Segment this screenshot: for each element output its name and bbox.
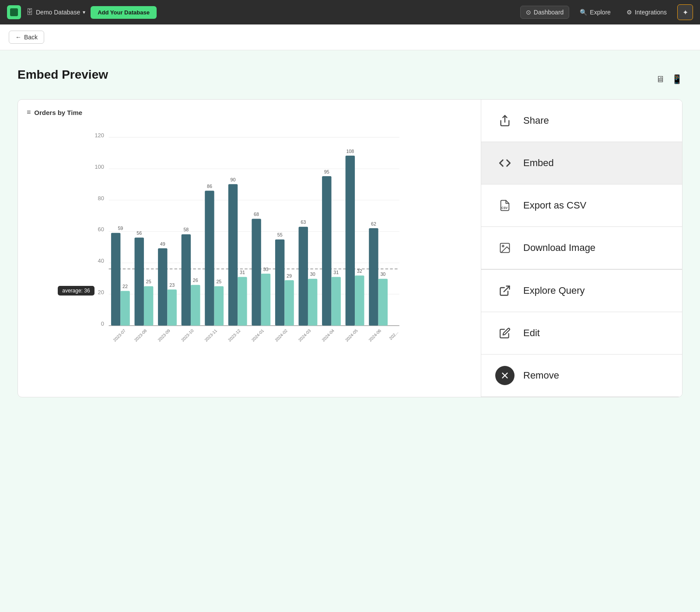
mobile-icon: 📱 <box>672 74 682 84</box>
svg-text:56: 56 <box>136 230 142 236</box>
integrations-icon: ⚙ <box>626 9 632 16</box>
embed-preview-card: Embed Preview 🖥 📱 ≡ Orders by Time <box>9 59 691 406</box>
svg-text:23: 23 <box>169 282 175 288</box>
back-label: Back <box>24 34 38 41</box>
svg-rect-65 <box>346 156 355 326</box>
svg-text:2023-12: 2023-12 <box>227 328 242 343</box>
svg-text:60: 60 <box>98 226 104 233</box>
svg-rect-66 <box>355 275 364 326</box>
desktop-view-button[interactable]: 🖥 <box>656 74 665 84</box>
svg-text:58: 58 <box>183 227 189 233</box>
db-selector[interactable]: 🗄 Demo Database ▾ <box>26 8 85 16</box>
svg-text:0: 0 <box>101 320 104 327</box>
export-csv-label: Export as CSV <box>523 200 586 211</box>
explore-query-action[interactable]: Explore Query <box>481 270 682 312</box>
download-image-action[interactable]: Download Image <box>481 227 682 269</box>
svg-text:2023-10: 2023-10 <box>180 328 195 343</box>
svg-rect-50 <box>275 240 284 326</box>
explore-query-icon <box>495 281 514 300</box>
share-icon <box>495 111 514 130</box>
embed-icon <box>495 153 514 173</box>
svg-rect-60 <box>322 176 331 326</box>
remove-action[interactable]: Remove <box>481 355 682 397</box>
svg-text:31: 31 <box>333 270 339 275</box>
share-label: Share <box>523 115 549 126</box>
svg-text:2024-06: 2024-06 <box>368 328 382 343</box>
svg-text:2023-09: 2023-09 <box>157 328 171 343</box>
svg-line-80 <box>504 286 510 292</box>
back-button[interactable]: ← Back <box>9 31 44 44</box>
svg-rect-25 <box>158 248 167 326</box>
svg-rect-36 <box>214 286 224 326</box>
app-logo <box>7 5 21 19</box>
back-bar: ← Back <box>0 24 700 50</box>
svg-text:25: 25 <box>146 279 151 284</box>
add-database-button[interactable]: Add Your Database <box>91 6 157 19</box>
edit-action[interactable]: Edit <box>481 312 682 355</box>
svg-text:22: 22 <box>122 284 128 289</box>
chart-title-row: ≡ Orders by Time <box>27 108 472 116</box>
nav-integrations-button[interactable]: ⚙ Integrations <box>621 6 672 18</box>
svg-text:26: 26 <box>193 278 198 283</box>
svg-text:2023-08: 2023-08 <box>133 328 148 343</box>
svg-rect-30 <box>182 234 191 326</box>
svg-text:40: 40 <box>98 257 104 264</box>
svg-text:30: 30 <box>380 271 385 277</box>
explore-query-label: Explore Query <box>523 285 585 296</box>
chart-wrap: 120 100 80 60 40 20 0 <box>27 123 472 386</box>
svg-rect-15 <box>111 233 120 326</box>
edit-label: Edit <box>523 327 540 339</box>
topnav: 🗄 Demo Database ▾ Add Your Database ⊙ Da… <box>0 0 700 24</box>
svg-rect-40 <box>228 184 238 326</box>
nav-dashboard-button[interactable]: ⊙ Dashboard <box>520 6 570 19</box>
svg-text:86: 86 <box>207 184 212 189</box>
svg-text:49: 49 <box>160 241 165 247</box>
svg-text:95: 95 <box>324 169 329 174</box>
preview-view-toggles: 🖥 📱 <box>656 74 682 84</box>
svg-text:2024-02: 2024-02 <box>274 328 288 343</box>
edit-icon <box>495 323 514 343</box>
share-action[interactable]: Share <box>481 100 682 142</box>
download-image-icon <box>495 238 514 257</box>
main-content: Embed Preview 🖥 📱 ≡ Orders by Time <box>0 50 700 612</box>
svg-text:59: 59 <box>118 226 123 231</box>
svg-text:20: 20 <box>98 289 104 296</box>
svg-text:CSV: CSV <box>501 206 508 209</box>
export-csv-action[interactable]: CSV Export as CSV <box>481 184 682 227</box>
svg-text:63: 63 <box>301 219 306 225</box>
svg-rect-46 <box>261 274 270 326</box>
svg-text:90: 90 <box>231 177 236 182</box>
svg-rect-35 <box>205 191 214 326</box>
db-chevron-icon: ▾ <box>83 9 85 15</box>
svg-text:120: 120 <box>94 132 104 139</box>
svg-rect-61 <box>332 277 341 325</box>
back-arrow-icon: ← <box>15 34 21 41</box>
svg-rect-26 <box>168 289 177 326</box>
svg-text:62: 62 <box>371 221 376 226</box>
svg-point-79 <box>502 245 504 247</box>
mobile-view-button[interactable]: 📱 <box>672 74 682 84</box>
svg-text:100: 100 <box>94 163 104 170</box>
chart-title: Orders by Time <box>34 109 82 116</box>
svg-text:202...: 202... <box>388 330 399 341</box>
sparkle-icon: ✦ <box>682 8 688 17</box>
svg-text:32: 32 <box>357 268 362 274</box>
chart-type-icon: ≡ <box>27 108 31 116</box>
bar-chart-svg: 120 100 80 60 40 20 0 <box>27 123 472 386</box>
explore-label: Explore <box>590 9 610 16</box>
svg-rect-31 <box>191 285 200 326</box>
nav-explore-button[interactable]: 🔍 Explore <box>574 6 616 18</box>
remove-icon <box>495 366 514 385</box>
svg-rect-16 <box>120 291 130 326</box>
embed-action[interactable]: Embed <box>481 142 682 184</box>
sparkle-button[interactable]: ✦ <box>677 4 693 20</box>
svg-rect-45 <box>252 219 261 326</box>
embed-label: Embed <box>523 157 554 169</box>
svg-text:2023-07: 2023-07 <box>112 328 127 343</box>
svg-text:33: 33 <box>263 267 269 272</box>
svg-rect-21 <box>144 286 153 326</box>
chart-area: ≡ Orders by Time 120 100 80 60 40 20 0 <box>18 100 481 397</box>
svg-rect-56 <box>308 279 317 326</box>
svg-text:31: 31 <box>240 270 245 275</box>
dashboard-label: Dashboard <box>534 9 564 16</box>
